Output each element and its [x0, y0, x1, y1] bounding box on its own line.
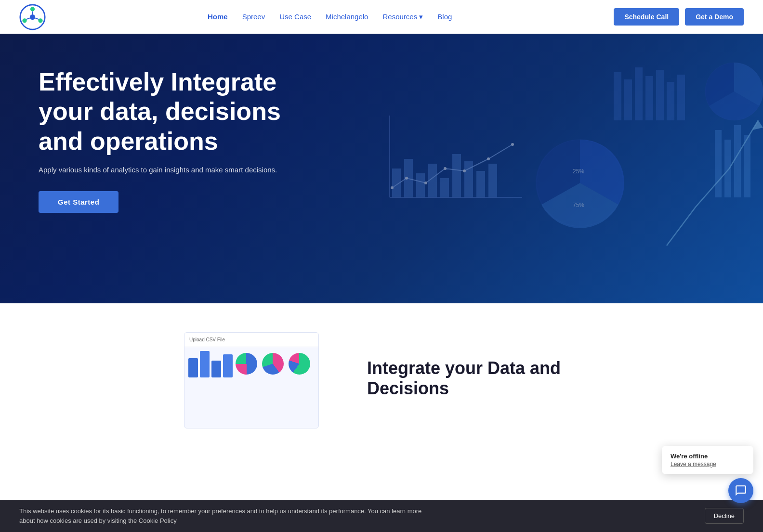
- integrate-title: Integrate your Data and Decisions: [367, 358, 579, 399]
- nav-link-michelangelo[interactable]: Michelangelo: [326, 13, 368, 21]
- get-demo-button[interactable]: Get a Demo: [685, 8, 744, 26]
- hero-content: Effectively Integrate your data, decisio…: [0, 34, 356, 247]
- upload-label: Upload CSV File: [189, 337, 225, 342]
- svg-point-1: [30, 7, 35, 11]
- svg-line-6: [35, 18, 39, 19]
- mock-pie-2: [262, 353, 284, 375]
- hero-section: 25% 75% Effectively Integrate your data,…: [0, 34, 763, 303]
- dashboard-preview: Upload CSV File: [184, 332, 329, 428]
- logo[interactable]: [19, 4, 46, 30]
- nav-actions: Schedule Call Get a Demo: [614, 8, 744, 26]
- chat-widget: We're offline Leave a message: [662, 446, 753, 457]
- mock-pie-1: [236, 353, 257, 375]
- integrate-text: Integrate your Data and Decisions: [367, 358, 579, 402]
- chat-status: We're offline: [671, 453, 745, 457]
- mock-pie-3: [289, 353, 310, 375]
- navbar: Home Spreev Use Case Michelangelo Resour…: [0, 0, 763, 34]
- mock-bar-3: [211, 361, 221, 377]
- integrate-section: Upload CSV File Integrate your Data and …: [0, 303, 763, 457]
- dashboard-mock: Upload CSV File: [184, 332, 319, 428]
- mock-body: [184, 347, 318, 384]
- nav-item-resources[interactable]: Resources ▾: [382, 13, 423, 21]
- mock-bar-4: [223, 354, 233, 377]
- nav-links: Home Spreev Use Case Michelangelo Resour…: [208, 13, 452, 21]
- chat-popup: We're offline Leave a message: [662, 446, 753, 457]
- nav-item-spreev[interactable]: Spreev: [242, 13, 265, 21]
- get-started-button[interactable]: Get Started: [39, 191, 118, 213]
- nav-link-blog[interactable]: Blog: [437, 13, 452, 21]
- nav-link-resources[interactable]: Resources ▾: [382, 13, 423, 21]
- svg-point-4: [30, 14, 35, 20]
- nav-link-usecase[interactable]: Use Case: [279, 13, 311, 21]
- hero-title: Effectively Integrate your data, decisio…: [39, 67, 318, 156]
- nav-item-home[interactable]: Home: [208, 13, 228, 21]
- schedule-call-button[interactable]: Schedule Call: [614, 8, 679, 26]
- nav-item-michelangelo[interactable]: Michelangelo: [326, 13, 368, 21]
- svg-point-2: [38, 18, 42, 23]
- logo-icon: [19, 4, 46, 30]
- mock-bar-2: [200, 351, 210, 377]
- nav-link-spreev[interactable]: Spreev: [242, 13, 265, 21]
- svg-line-7: [26, 18, 30, 19]
- svg-point-3: [22, 18, 26, 23]
- hero-subtitle: Apply various kinds of analytics to gain…: [39, 166, 289, 174]
- mock-header: Upload CSV File: [184, 333, 318, 347]
- nav-item-blog[interactable]: Blog: [437, 13, 452, 21]
- nav-item-usecase[interactable]: Use Case: [279, 13, 311, 21]
- nav-link-home[interactable]: Home: [208, 13, 228, 21]
- mock-bar-1: [188, 358, 198, 377]
